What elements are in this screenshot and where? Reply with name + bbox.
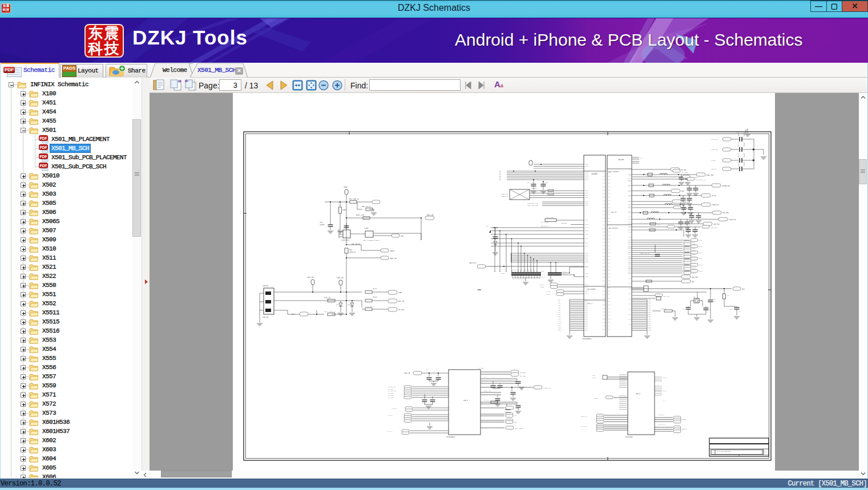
svg-text:B-KLB_GL2: B-KLB_GL2 [658,424,665,426]
svg-text:DRIVER: DRIVER [618,159,624,161]
svg-text:R31: R31 [727,295,730,297]
svg-text:SPK_BUR: SPK_BUR [520,372,526,374]
svg-text:1uF 1uF 1uF 1uF 1uF: 1uF 1uF 1uF 1uF 1uF [512,278,526,280]
svg-text:CHG_DET_DE9: CHG_DET_DE9 [388,390,397,392]
svg-text:BAT_T_PRL: BAT_T_PRL [541,221,548,223]
svg-text:ACCDKA2: ACCDKA2 [391,408,397,410]
svg-text:C2H6_1UF_6F: C2H6_1UF_6F [640,253,649,254]
svg-text:RTC_AUD: RTC_AUD [664,295,669,297]
svg-text:VDOL_PRU: VDOL_PRU [710,227,717,229]
svg-text:DXB: DXB [681,191,684,192]
svg-text:H6BRAM_B: H6BRAM_B [501,196,508,197]
svg-text:LDO1: LDO1 [692,242,696,244]
svg-text:C247: C247 [545,182,548,184]
svg-text:0.02_04: 0.02_04 [324,297,330,299]
svg-text:RC82_22R: RC82_22R [356,214,364,216]
svg-text:H6BAP_SPC_C23: H6BAP_SPC_C23 [527,205,538,206]
svg-text:AVBL3C: AVBL3C [540,286,545,288]
svg-text:M43D8: M43D8 [501,273,505,274]
svg-text:CON_RU: CON_RU [263,317,268,318]
svg-text:AVDD28_VCN5: AVDD28_VCN5 [483,390,491,392]
svg-text:MT6350GAUS: MT6350GAUS [446,436,455,438]
svg-text:PDF: PDF [40,136,47,140]
svg-text:DPL_DE2: DPL_DE2 [388,395,394,396]
svg-text:VB17: VB17 [648,330,652,331]
svg-text:VTC30_PN: VTC30_PN [543,387,551,389]
svg-text:LDO3: LDO3 [699,246,703,248]
svg-text:CPAK: CPAK [640,157,643,159]
svg-text:MC302: MC302 [348,304,352,306]
svg-text:R: R [701,299,702,301]
svg-text:BAT_SNS: BAT_SNS [478,367,484,369]
svg-text:X2M: X2M [693,296,696,298]
svg-text:LDO13: LDO13 [692,266,696,268]
svg-text:C862: C862 [737,153,740,155]
svg-text:GBA_B1: GBA_B1 [388,415,393,416]
svg-text:ADC_BAT_ID: ADC_BAT_ID [388,386,396,388]
svg-text:DMIC_DAU: DMIC_DAU [581,416,587,418]
svg-text:CON200: CON200 [263,285,268,287]
svg-text:1uF: 1uF [743,142,745,144]
svg-text:KPAL_SPL: KPAL_SPL [581,426,587,427]
svg-text:Range_BOBT: Range_BOBT [546,217,554,218]
svg-text:GPA2PK: GPA2PK [546,294,551,295]
svg-text:LDO9: LDO9 [699,258,703,260]
svg-text:VR_SW: VR_SW [711,160,716,161]
svg-text:BB2: BB2 [514,422,517,423]
svg-text:R_PU_3K3_1%: R_PU_3K3_1% [365,306,375,307]
svg-text:R26: R26 [349,249,352,251]
svg-text:SPKR2+: SPKR2+ [682,419,687,420]
svg-text:G4SO_LAN: G4SO_LAN [683,201,690,203]
svg-text:H6BAP_OPC_C22: H6BAP_OPC_C22 [527,203,538,204]
svg-text:LDO-IN: LDO-IN [611,212,616,213]
svg-text:R210 0.082_1%: R210 0.082_1% [324,311,336,313]
svg-text:MT6333GAUS: MT6333GAUS [582,338,592,340]
svg-text:HPHAR_SW: HPHAR_SW [711,139,718,140]
svg-text:510R_1%: 510R_1% [349,252,356,253]
svg-text:N300: N300 [657,224,661,226]
svg-text:PWRKEY: PWRKEY [532,188,537,189]
svg-text:AUXINT: AUXINT [515,408,520,410]
svg-text:C3L8: C3L8 [713,298,716,300]
svg-text:VBAT_NB: VBAT_NB [390,258,397,260]
svg-text:C3T7: C3T7 [729,309,733,310]
svg-text:CHARGER: CHARGER [591,173,597,175]
svg-text:R26: R26 [292,314,294,315]
svg-text:B-KLB_GLA: B-KLB_GLA [658,414,665,416]
svg-text:SPL_DE3: SPL_DE3 [388,397,394,399]
svg-text:VCORE_PRC: VCORE_PRC [722,185,730,187]
svg-text:WDMA: WDMA [592,375,596,376]
svg-text:C318: C318 [563,271,566,273]
svg-text:R46_1M_1%: R46_1M_1% [362,206,370,208]
svg-text:BAT_ON: BAT_ON [398,301,404,302]
svg-text:1uF: 1uF [738,311,741,313]
svg-text:TGET: TGET [398,292,402,294]
svg-text:1uF: 1uF [743,153,745,155]
svg-text:4u7F: 4u7F [713,301,716,302]
svg-text:100K: 100K [342,209,346,211]
svg-text:H6B9DRD: H6B9DRD [561,222,567,224]
svg-text:DAE_AVSS_AVTT: DAE_AVSS_AVTT [696,179,706,181]
svg-text:MAF_2BTCHL: MAF_2BTCHL [352,244,361,245]
svg-text:X501_MB_SCHEMATIC: X501_MB_SCHEMATIC [717,451,731,452]
svg-text:4PA_PRU: 4PA_PRU [722,212,729,214]
svg-text:VHHT_BK: VHHT_BK [337,277,344,279]
svg-text:C861: C861 [737,142,740,144]
svg-text:LDO15: LDO15 [699,270,703,272]
svg-text:VBN6: VBN6 [344,187,348,188]
svg-text:AGT: AGT [692,281,695,283]
svg-text:C4: C4 [436,369,438,371]
svg-text:CON_PN4: CON_PN4 [713,224,720,225]
svg-text:SPK_JOB: SPK_JOB [520,375,526,377]
svg-text:DHA_LED: DHA_LED [427,214,434,216]
svg-text:VSRAM_PN: VSRAM_PN [712,204,719,206]
svg-text:C3X: C3X [708,309,710,311]
svg-text:BAT_ID2: BAT_ID2 [388,388,394,390]
svg-text:VGA_R_PN: VGA_R_PN [469,262,477,264]
svg-text:VPB_SW: VPB_SW [711,168,716,170]
svg-text:R213: R213 [373,297,377,298]
svg-text:MMBL_J_MB303RV_UB703: MMBL_J_MB303RV_UB703 [363,240,380,241]
svg-text:G4SO_3AVE: G4SO_3AVE [682,208,689,209]
svg-text:C263 C265 C267 C269 C271 C273: C263 C265 C267 C269 C271 C273 [512,269,534,271]
svg-text:RC2_OPA_PA: RC2_OPA_PA [541,225,550,227]
